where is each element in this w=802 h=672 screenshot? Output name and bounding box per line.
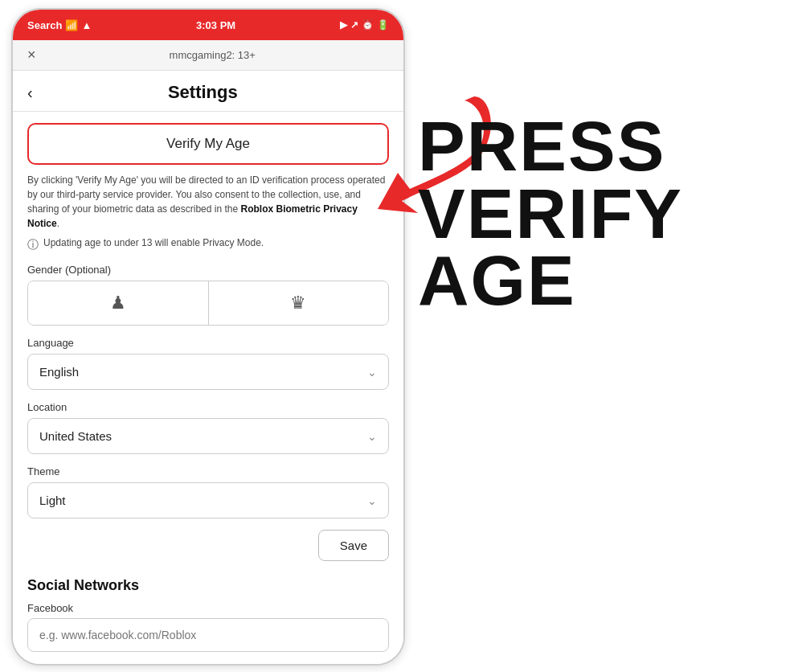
gender-label: Gender (Optional) [27,264,389,276]
gender-male-option[interactable]: ♟ [28,281,209,325]
theme-dropdown[interactable]: Light ⌄ [27,482,389,518]
language-dropdown[interactable]: English ⌄ [27,354,389,390]
back-button[interactable]: ‹ [27,84,33,102]
male-icon: ♟ [110,293,126,313]
female-icon: ♛ [290,293,306,313]
press-line3: AGE [418,247,683,314]
close-button[interactable]: × [27,47,36,64]
press-line2: VERIFY [418,180,683,248]
facebook-input[interactable] [27,618,389,652]
theme-chevron-icon: ⌄ [367,494,377,507]
info-icon: ⓘ [27,238,39,252]
phone-frame: Search 📶 ▲ 3:03 PM ▶ ↗ ⏰ 🔋 × mmcgaming2:… [11,8,405,666]
facebook-label: Facebook [27,602,389,614]
verify-age-button[interactable]: Verify My Age [27,123,389,165]
carrier-label: Search [27,19,62,31]
wifi-icon: ▲ [81,19,92,31]
right-side-content: PRESS VERIFY AGE [418,64,796,627]
browser-bar: × mmcgaming2: 13+ [13,40,403,71]
language-value: English [39,365,79,379]
gender-row: ♟ ♛ [27,281,389,326]
location-value: United States [39,429,112,443]
status-time: 3:03 PM [196,19,235,31]
settings-body: Verify My Age By clicking 'Verify My Age… [13,112,403,663]
status-right: ▶ ↗ ⏰ 🔋 [340,19,389,31]
location-icon: ▶ [340,19,347,31]
gender-female-option[interactable]: ♛ [209,281,389,325]
settings-content: ‹ Settings Verify My Age By clicking 'Ve… [13,71,403,666]
location-chevron-icon: ⌄ [367,430,377,443]
status-left: Search 📶 ▲ [27,19,92,31]
url-label: mmcgaming2: 13+ [170,49,256,61]
theme-label: Theme [27,465,389,477]
press-verify-text: PRESS VERIFY AGE [418,113,683,314]
signal-icon: 📶 [65,19,78,31]
location-label: Location [27,401,389,413]
consent-text: By clicking 'Verify My Age' you will be … [27,173,389,231]
language-chevron-icon: ⌄ [367,366,377,379]
location-dropdown[interactable]: United States ⌄ [27,418,389,454]
settings-header: ‹ Settings [13,71,403,112]
social-networks-title: Social Networks [27,577,389,594]
privacy-note-text: Updating age to under 13 will enable Pri… [43,237,264,248]
language-label: Language [27,337,389,349]
status-bar: Search 📶 ▲ 3:03 PM ▶ ↗ ⏰ 🔋 [13,10,403,40]
alarm-icon: ⏰ [362,19,374,31]
press-line1: PRESS [418,113,683,180]
battery-icon: 🔋 [377,19,389,31]
privacy-note: ⓘ Updating age to under 13 will enable P… [27,237,389,252]
settings-title: Settings [41,82,365,103]
theme-value: Light [39,494,66,507]
share-icon: ↗ [350,19,358,31]
save-button[interactable]: Save [318,530,389,561]
save-row: Save [27,530,389,561]
